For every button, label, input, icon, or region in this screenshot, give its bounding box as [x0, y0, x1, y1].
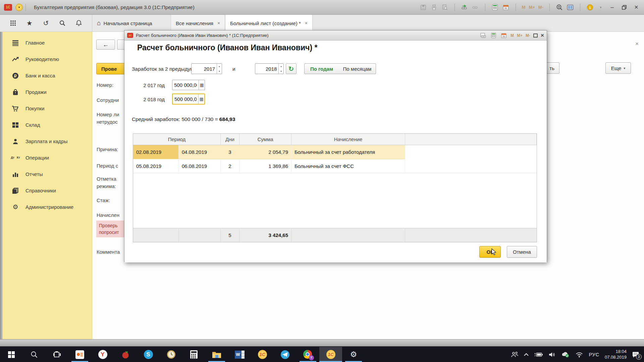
close-button[interactable]: ×: [541, 32, 544, 39]
earnings-2018-input[interactable]: [173, 94, 198, 104]
memory-mplus-button[interactable]: M+: [517, 33, 523, 38]
taskbar-app-recorder[interactable]: [68, 347, 91, 362]
post-and-close-button[interactable]: Прове: [96, 63, 128, 74]
calculator-icon[interactable]: [491, 4, 499, 11]
spin-down-icon[interactable]: ▼: [217, 69, 222, 74]
cancel-button[interactable]: Отмена: [507, 246, 537, 258]
table-empty-area[interactable]: [133, 173, 537, 228]
table-cell[interactable]: [405, 159, 537, 173]
minimize-button[interactable]: –: [608, 4, 616, 11]
table-cell[interactable]: 2: [221, 159, 239, 173]
col-header-period[interactable]: Период: [133, 134, 221, 145]
print-preview-icon[interactable]: [441, 4, 448, 11]
battery-icon[interactable]: [534, 352, 543, 357]
spin-down-icon[interactable]: ▼: [279, 69, 283, 74]
taskbar-app-skype[interactable]: S: [137, 347, 160, 362]
col-header-accrual[interactable]: Начисление: [291, 134, 405, 145]
more-button[interactable]: Еще ▾: [605, 62, 631, 74]
calculator-icon[interactable]: [490, 32, 497, 39]
volume-icon[interactable]: [548, 352, 556, 358]
maximize-button[interactable]: [533, 34, 538, 38]
refresh-button[interactable]: ↻: [286, 63, 297, 74]
table-cell[interactable]: Больничный за счет ФСС: [291, 159, 405, 173]
sidebar-item-directories[interactable]: Справочники: [3, 182, 92, 199]
wifi-icon[interactable]: [575, 352, 583, 358]
earnings-2017-input[interactable]: [172, 80, 199, 90]
memory-m-button[interactable]: M: [522, 5, 526, 10]
spin-up-icon[interactable]: ▲: [279, 64, 283, 69]
taskbar-app-chrome[interactable]: T: [297, 347, 319, 362]
taskbar-app-word[interactable]: W: [228, 347, 251, 362]
table-cell[interactable]: 05.08.2019: [133, 159, 179, 173]
taskbar-app-settings[interactable]: ⚙: [342, 347, 365, 362]
year-from-input[interactable]: [192, 64, 217, 74]
by-years-button[interactable]: По годам: [304, 63, 339, 74]
tray-expand-chevron-icon[interactable]: [524, 353, 529, 357]
table-cell[interactable]: 3: [221, 145, 239, 159]
table-cell-current[interactable]: 02.08.2019: [133, 145, 179, 159]
tab-all-accruals[interactable]: Все начисления ×: [171, 15, 225, 32]
chevron-down-icon[interactable]: ▾: [597, 4, 604, 11]
print-icon[interactable]: [430, 4, 438, 11]
by-months-button[interactable]: По месяцам: [339, 63, 376, 74]
close-tab-icon[interactable]: ×: [305, 20, 308, 26]
link-icon[interactable]: [472, 4, 479, 11]
ok-button[interactable]: ОК: [479, 246, 501, 258]
taskbar-app-yandex[interactable]: Y: [91, 347, 114, 362]
close-button[interactable]: ×: [632, 4, 641, 11]
taskbar-app-apple[interactable]: [114, 347, 137, 362]
notifications-button[interactable]: 3: [632, 351, 639, 358]
year-to-spinner[interactable]: ▲ ▼: [278, 64, 283, 74]
sidebar-item-administration[interactable]: ⚙ Администрирование: [3, 199, 92, 215]
table-cell[interactable]: [405, 145, 537, 159]
memory-mplus-button[interactable]: M+: [529, 5, 535, 10]
memory-mminus-button[interactable]: M-: [526, 33, 530, 38]
calendar-icon[interactable]: 31: [502, 4, 509, 11]
search-icon[interactable]: [58, 19, 67, 27]
info-icon[interactable]: i: [586, 4, 594, 11]
sidebar-item-warehouse[interactable]: Склад: [3, 117, 92, 133]
sidebar-item-sales[interactable]: Продажи: [3, 84, 92, 100]
calculator-pad-icon[interactable]: ▦: [199, 80, 205, 90]
memory-mminus-button[interactable]: M-: [538, 5, 543, 10]
table-cell[interactable]: Больничный за счет работодателя: [291, 145, 405, 159]
year-from-spinner[interactable]: ▲ ▼: [217, 64, 222, 74]
favorites-star-icon[interactable]: ★: [25, 19, 34, 27]
sidebar-item-main[interactable]: Главное: [3, 35, 92, 51]
close-tab-icon[interactable]: ×: [217, 20, 220, 26]
taskbar-search-button[interactable]: [23, 347, 46, 362]
table-cell[interactable]: 04.08.2019: [179, 145, 221, 159]
sidebar-item-bank[interactable]: Р Банк и касса: [3, 67, 92, 84]
back-button[interactable]: ←: [96, 40, 115, 50]
dialog-titlebar[interactable]: 1С Расчет больничного (Иванов Иван Ивано…: [124, 31, 547, 41]
col-header-sum[interactable]: Сумма: [239, 134, 291, 145]
history-icon[interactable]: ↺: [42, 19, 50, 27]
zoom-icon[interactable]: [556, 4, 563, 11]
taskbar-app-calculator[interactable]: [182, 347, 205, 362]
table-cell[interactable]: 06.08.2019: [179, 159, 221, 173]
sidebar-item-purchases[interactable]: Покупки: [3, 100, 92, 117]
sidebar-item-manager[interactable]: Руководителю: [3, 51, 92, 67]
taskbar-app-1c[interactable]: 1С: [251, 347, 274, 362]
main-menu-dropdown[interactable]: ▾: [15, 4, 23, 11]
notifications-bell-icon[interactable]: [74, 19, 83, 27]
clock[interactable]: 18:04 07.08.2019: [605, 349, 627, 360]
task-view-button[interactable]: [46, 347, 68, 362]
tab-home[interactable]: ⌂ Начальная страница: [92, 15, 171, 32]
taskbar-app-telegram[interactable]: [274, 347, 297, 362]
onedrive-synced-icon[interactable]: [561, 352, 570, 358]
calendar-icon[interactable]: 31: [500, 32, 507, 39]
split-columns-icon[interactable]: [567, 4, 574, 11]
year-to-input[interactable]: [255, 64, 278, 74]
calculator-pad-icon[interactable]: ▦: [198, 94, 204, 104]
taskbar-app-explorer[interactable]: [205, 347, 228, 362]
spin-up-icon[interactable]: ▲: [217, 64, 222, 69]
sidebar-item-operations[interactable]: Дт Кт Операции: [3, 149, 92, 166]
go-to-link-icon[interactable]: [461, 4, 468, 11]
start-button[interactable]: [0, 347, 23, 362]
sidebar-item-reports[interactable]: Отчеты: [3, 166, 92, 182]
table-cell[interactable]: 2 054,79: [239, 145, 291, 159]
people-icon[interactable]: [511, 352, 518, 358]
tab-sick-leave[interactable]: Больничный лист (создание) * ×: [225, 15, 313, 32]
form-close-icon[interactable]: ×: [634, 41, 640, 47]
